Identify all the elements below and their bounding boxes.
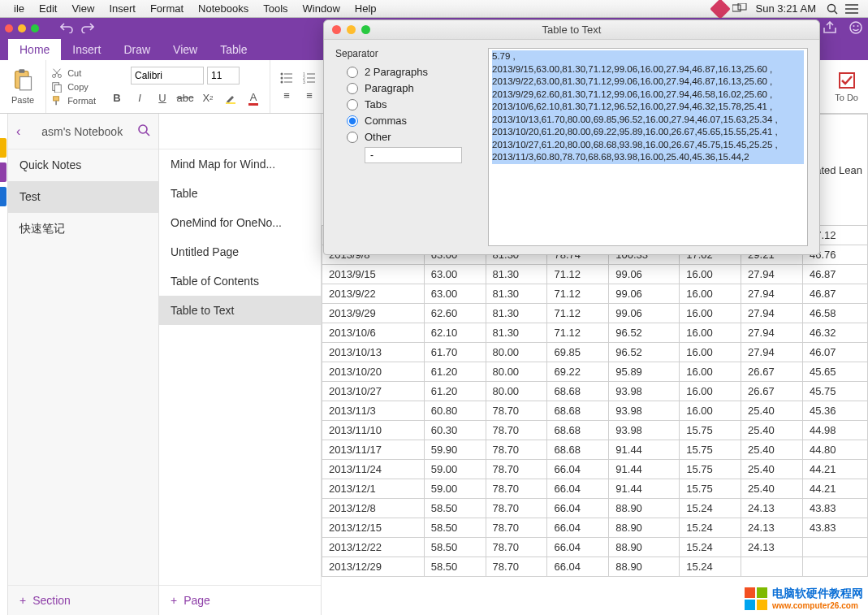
- smiley-button[interactable]: [849, 20, 863, 37]
- table-cell[interactable]: 93.98: [609, 401, 680, 421]
- table-cell[interactable]: 80.00: [486, 362, 547, 382]
- table-cell[interactable]: 71.12: [547, 323, 609, 343]
- table-cell[interactable]: 63.00: [424, 284, 486, 304]
- table-cell[interactable]: 81.30: [486, 265, 547, 284]
- table-cell[interactable]: 24.13: [741, 538, 803, 557]
- table-cell[interactable]: 15.24: [680, 557, 741, 577]
- table-row[interactable]: 2013/10/2061.2080.0069.2295.8916.0026.67…: [322, 362, 868, 382]
- table-cell[interactable]: 15.24: [680, 518, 741, 538]
- table-cell[interactable]: 81.30: [486, 284, 547, 304]
- tab-insert[interactable]: Insert: [61, 39, 112, 60]
- font-size-combo[interactable]: [207, 67, 240, 84]
- strike-button[interactable]: abc: [175, 89, 195, 107]
- table-cell[interactable]: 44.98: [803, 421, 868, 440]
- preview-textarea[interactable]: 5.79 ,2013/9/15,63.00,81.30,71.12,99.06,…: [488, 48, 808, 246]
- add-page-button[interactable]: +Page: [159, 585, 321, 615]
- page-item[interactable]: Table: [159, 179, 321, 208]
- table-cell[interactable]: 69.85: [547, 343, 609, 362]
- section-item[interactable]: 快速笔记: [8, 213, 158, 246]
- table-cell[interactable]: 93.98: [609, 421, 680, 440]
- table-cell[interactable]: 2013/12/29: [322, 557, 425, 577]
- menubar-clock[interactable]: Sun 3:21 AM: [749, 2, 823, 15]
- table-cell[interactable]: 66.04: [547, 518, 609, 538]
- table-cell[interactable]: 2013/10/13: [322, 343, 425, 362]
- table-cell[interactable]: 58.50: [424, 518, 486, 538]
- notebook-tab-1[interactable]: [0, 138, 6, 158]
- table-cell[interactable]: 99.06: [609, 284, 680, 304]
- separator-option[interactable]: Paragraph: [347, 82, 488, 94]
- table-cell[interactable]: 26.67: [741, 362, 803, 382]
- table-cell[interactable]: 2013/11/17: [322, 440, 425, 460]
- tab-table[interactable]: Table: [209, 39, 258, 60]
- table-cell[interactable]: 78.70: [486, 401, 547, 421]
- table-cell[interactable]: 62.60: [424, 304, 486, 323]
- table-cell[interactable]: 2013/11/3: [322, 401, 425, 421]
- table-cell[interactable]: 68.68: [547, 440, 609, 460]
- table-cell[interactable]: 25.40: [741, 421, 803, 440]
- table-cell[interactable]: 88.90: [609, 499, 680, 518]
- table-cell[interactable]: 2013/12/8: [322, 499, 425, 518]
- tab-home[interactable]: Home: [8, 39, 61, 60]
- menu-insert[interactable]: Insert: [101, 2, 143, 15]
- table-cell[interactable]: [741, 557, 803, 577]
- table-cell[interactable]: 44.80: [803, 440, 868, 460]
- section-item[interactable]: Test: [8, 181, 158, 213]
- table-cell[interactable]: 63.00: [424, 265, 486, 284]
- table-cell[interactable]: 78.70: [486, 421, 547, 440]
- table-cell[interactable]: 78.70: [486, 460, 547, 479]
- menu-format[interactable]: Format: [143, 2, 191, 15]
- table-cell[interactable]: 66.04: [547, 499, 609, 518]
- table-cell[interactable]: 46.32: [803, 323, 868, 343]
- menu-tools[interactable]: Tools: [256, 2, 295, 15]
- underline-button[interactable]: U: [153, 89, 172, 107]
- table-cell[interactable]: 25.40: [741, 401, 803, 421]
- table-cell[interactable]: 44.21: [803, 479, 868, 499]
- table-cell[interactable]: 2013/10/27: [322, 382, 425, 401]
- table-cell[interactable]: [803, 538, 868, 557]
- table-cell[interactable]: 25.40: [741, 479, 803, 499]
- table-cell[interactable]: 25.40: [741, 440, 803, 460]
- table-cell[interactable]: 27.94: [741, 265, 803, 284]
- format-painter-button[interactable]: Format: [51, 95, 96, 106]
- table-cell[interactable]: 81.30: [486, 323, 547, 343]
- table-row[interactable]: 2013/10/662.1081.3071.1296.5216.0027.944…: [322, 323, 868, 343]
- tab-draw[interactable]: Draw: [112, 39, 162, 60]
- table-cell[interactable]: 58.50: [424, 499, 486, 518]
- notebook-tab-3[interactable]: [0, 187, 6, 206]
- table-cell[interactable]: 61.20: [424, 382, 486, 401]
- outdent-button[interactable]: ≡: [277, 87, 296, 105]
- table-row[interactable]: 2013/11/1759.9078.7068.6891.4415.7525.40…: [322, 440, 868, 460]
- table-cell[interactable]: 46.58: [803, 304, 868, 323]
- table-cell[interactable]: 2013/10/20: [322, 362, 425, 382]
- table-cell[interactable]: 88.90: [609, 538, 680, 557]
- menu-help[interactable]: Help: [348, 2, 384, 15]
- table-cell[interactable]: 45.75: [803, 382, 868, 401]
- table-cell[interactable]: 44.21: [803, 460, 868, 479]
- menu-notebooks[interactable]: Notebooks: [191, 2, 256, 15]
- table-cell[interactable]: 15.75: [680, 479, 741, 499]
- table-cell[interactable]: 68.68: [547, 401, 609, 421]
- table-cell[interactable]: 78.70: [486, 440, 547, 460]
- copy-button[interactable]: Copy: [51, 81, 96, 93]
- highlight-button[interactable]: [221, 89, 240, 107]
- table-cell[interactable]: 61.70: [424, 343, 486, 362]
- table-cell[interactable]: 24.13: [741, 499, 803, 518]
- page-item[interactable]: OneMind for OneNo...: [159, 208, 321, 237]
- spotlight-icon[interactable]: [823, 0, 841, 18]
- table-cell[interactable]: 80.00: [486, 382, 547, 401]
- table-cell[interactable]: 25.40: [741, 460, 803, 479]
- table-cell[interactable]: 71.12: [547, 284, 609, 304]
- table-cell[interactable]: 27.94: [741, 323, 803, 343]
- table-row[interactable]: 2013/11/360.8078.7068.6893.9816.0025.404…: [322, 401, 868, 421]
- displays-icon[interactable]: [731, 0, 749, 18]
- table-cell[interactable]: 15.75: [680, 421, 741, 440]
- table-cell[interactable]: 2013/12/15: [322, 518, 425, 538]
- table-cell[interactable]: 96.52: [609, 343, 680, 362]
- notebook-tab-2[interactable]: [0, 162, 6, 182]
- table-cell[interactable]: 78.70: [486, 538, 547, 557]
- page-item[interactable]: Untitled Page: [159, 237, 321, 266]
- table-cell[interactable]: 43.83: [803, 518, 868, 538]
- table-cell[interactable]: 24.13: [741, 518, 803, 538]
- separator-option[interactable]: Other: [347, 131, 488, 143]
- table-cell[interactable]: 66.04: [547, 538, 609, 557]
